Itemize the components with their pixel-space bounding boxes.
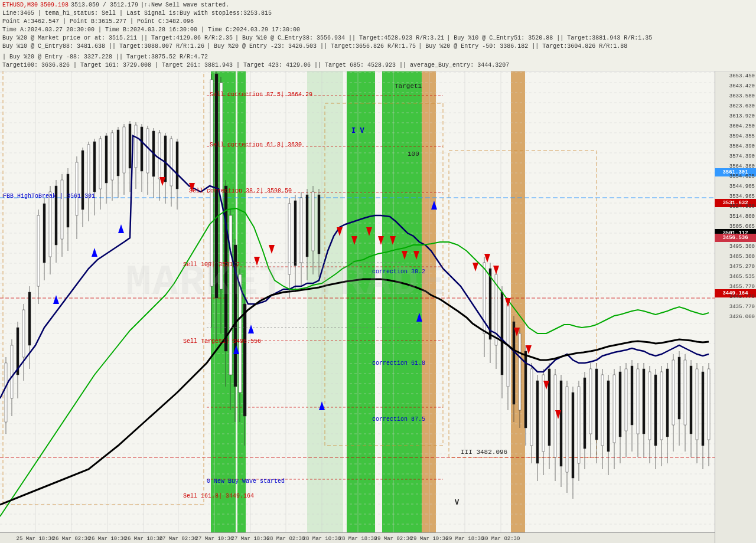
price-3544: 3544.905 [716, 184, 755, 189]
svg-rect-183 [536, 381, 539, 463]
wave-label: |↑↓New Sell wave started. [141, 1, 229, 9]
svg-rect-99 [67, 174, 69, 227]
price-3485: 3485.300 [716, 254, 755, 260]
svg-rect-219 [643, 369, 645, 434]
svg-marker-269 [526, 345, 532, 354]
price-3465: 3465.535 [716, 274, 755, 280]
svg-rect-117 [123, 127, 125, 173]
svg-rect-63 [3, 56, 204, 505]
annotation-iii-bottom: III 3482.096 [461, 449, 507, 456]
price-3613: 3613.920 [716, 113, 755, 119]
time-axis: 25 Mar 18:30 26 Mar 02:30 26 Mar 10:30 2… [0, 532, 715, 543]
symbol-timeframe: ETHUSD,M30 [2, 1, 38, 9]
svg-rect-127 [152, 131, 155, 176]
time-7: 27 Mar 18:30 [232, 536, 270, 542]
svg-rect-93 [49, 192, 51, 257]
svg-marker-271 [555, 410, 561, 419]
svg-rect-191 [560, 381, 562, 466]
svg-marker-249 [248, 325, 254, 333]
svg-rect-121 [135, 125, 137, 168]
time-3: 26 Mar 10:30 [89, 536, 127, 542]
svg-marker-266 [493, 266, 499, 274]
svg-marker-270 [543, 381, 549, 390]
info-row-6: Buy %10 @ C_Entry88: 3481.638 || Target:… [2, 42, 754, 61]
svg-rect-165 [483, 263, 485, 333]
price-axis: 3692.890 3683.240 3673.620 3663.980 3653… [715, 0, 756, 543]
annotation-corr-87: correction 87.5 [372, 416, 425, 423]
svg-rect-221 [649, 372, 651, 440]
svg-marker-246 [92, 248, 97, 257]
info-row-7: Target100: 3636.826 | Target 161: 3729.0… [2, 61, 754, 70]
svg-rect-225 [660, 372, 663, 440]
price-3643: 3643.420 [716, 83, 755, 89]
price-3475: 3475.270 [716, 264, 755, 270]
top-info-bar: ETHUSD,M30 3509.198 3513.059 / 3512.179 … [0, 0, 756, 71]
annotation-new-buy-wave: 0 New Buy Wave started [207, 478, 285, 485]
svg-marker-265 [484, 254, 490, 263]
price-3495: 3495.300 [716, 244, 755, 250]
svg-rect-131 [164, 136, 167, 182]
svg-rect-83 [17, 328, 19, 375]
zone-2 [237, 32, 246, 532]
svg-rect-107 [93, 142, 96, 192]
svg-rect-91 [43, 204, 45, 263]
svg-marker-255 [254, 257, 260, 266]
svg-rect-241 [708, 369, 710, 440]
time-1: 25 Mar 18:30 [17, 536, 55, 542]
price-3524: 3524.930 [716, 204, 755, 210]
price-3426: 3426.000 [716, 314, 755, 320]
zone-3 [307, 32, 343, 532]
svg-rect-199 [584, 378, 586, 449]
svg-marker-264 [472, 263, 478, 272]
time-10: 28 Mar 18:30 [339, 536, 377, 542]
zone-orange-1 [422, 32, 436, 532]
svg-rect-237 [696, 369, 698, 440]
svg-rect-81 [11, 345, 13, 398]
info-row-5: Buy %20 @ Market price or at: 3515.211 |… [2, 34, 754, 42]
svg-rect-119 [129, 124, 131, 168]
svg-rect-155 [294, 201, 296, 266]
svg-rect-133 [170, 139, 172, 186]
annotation-target1: Target1 [395, 83, 422, 90]
price-3554: 3554.625 [716, 174, 755, 179]
svg-marker-267 [505, 298, 511, 307]
svg-rect-85 [22, 310, 25, 357]
time-11: 29 Mar 02:30 [374, 536, 413, 542]
svg-rect-197 [578, 387, 580, 463]
svg-rect-109 [99, 139, 102, 189]
zone-1 [211, 32, 236, 532]
price-3435: 3435.770 [716, 304, 755, 310]
zone-4 [347, 32, 375, 532]
svg-rect-213 [625, 369, 627, 431]
svg-rect-113 [111, 133, 113, 180]
annotation-iv: I V [351, 127, 364, 135]
svg-marker-256 [269, 245, 275, 254]
svg-rect-79 [5, 363, 7, 422]
svg-rect-87 [28, 292, 31, 345]
svg-rect-211 [619, 372, 621, 437]
annotation-sell-target1: Sell Target1| 3496.556 [183, 338, 261, 345]
price-3584: 3584.390 [716, 143, 755, 149]
time-6: 27 Mar 10:30 [195, 536, 234, 542]
svg-rect-207 [607, 381, 610, 452]
svg-rect-97 [61, 180, 63, 239]
price-3594: 3594.355 [716, 133, 755, 139]
svg-rect-223 [654, 375, 657, 446]
bid-ask: 3513.059 / 3512.179 [71, 1, 138, 9]
svg-rect-123 [141, 127, 143, 171]
svg-rect-229 [672, 360, 674, 425]
svg-rect-201 [589, 369, 592, 434]
svg-rect-115 [117, 130, 119, 176]
svg-rect-111 [105, 136, 107, 183]
svg-rect-153 [288, 204, 291, 274]
annotation-sell-161: Sell 161.8| 3449.164 [183, 493, 254, 499]
price-box-3456: 3456.536 [715, 234, 756, 242]
time-14: 30 Mar 02:30 [482, 536, 520, 542]
svg-rect-187 [548, 369, 550, 446]
price-3514: 3514.800 [716, 214, 755, 220]
annotation-sell-100: Sell 100| 3531.2 [183, 261, 240, 268]
info-row-3: Point A:3462.547 | Point B:3615.277 | Po… [2, 18, 754, 26]
annotation-corr-61: correction 61.8 [372, 360, 425, 367]
svg-rect-89 [37, 215, 40, 286]
svg-marker-247 [118, 224, 124, 233]
